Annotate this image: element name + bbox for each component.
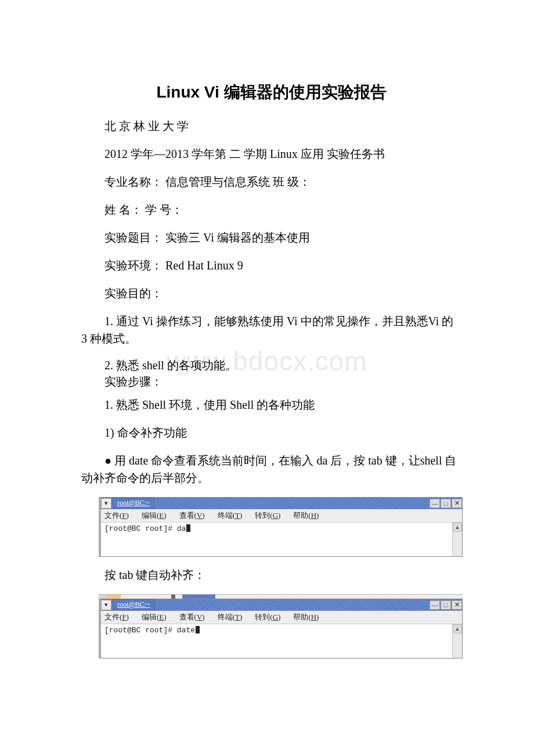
after-tab-label: 按 tab 键自动补齐： <box>81 566 461 584</box>
menu-bar: 文件(F) 编辑(E) 查看(V) 终端(T) 转到(G) 帮助(H) <box>101 509 462 523</box>
menu-goto[interactable]: 转到(G) <box>255 510 280 521</box>
terminal-screenshot-2: ▾ root@BC:~ — □ ✕ 文件(F) 编辑(E) 查看(V) 终端(T… <box>99 599 461 658</box>
step-1: 1. 熟悉 Shell 环境，使用 Shell 的各种功能 <box>81 396 461 413</box>
titlebar: ▾ root@BC:~ — □ ✕ <box>101 599 462 611</box>
terminal-output[interactable]: [root@BC root]# date <box>101 624 452 658</box>
scroll-up-button[interactable]: ▲ <box>453 523 462 532</box>
date-description: ● 用 date 命令查看系统当前时间，在输入 da 后，按 tab 键，让sh… <box>81 452 461 487</box>
maximize-button[interactable]: □ <box>441 499 451 508</box>
minimize-button[interactable]: — <box>430 600 440 610</box>
prompt-line-1: [root@BC root]# da <box>104 524 186 533</box>
menu-view[interactable]: 查看(V) <box>179 510 205 521</box>
name-id-line: 姓 名： 学 号： <box>81 201 461 218</box>
school-name: 北 京 林 业 大 学 <box>81 117 461 135</box>
goal-1: 1. 通过 Vi 操作练习，能够熟练使用 Vi 中的常见操作，并且熟悉Vi 的 … <box>81 312 461 347</box>
terminal-output[interactable]: [root@BC root]# da <box>101 523 452 556</box>
exp-env-line: 实验环境： Red Hat Linux 9 <box>81 257 461 274</box>
scroll-up-button[interactable]: ▲ <box>453 624 462 633</box>
titlebar: ▾ root@BC:~ — □ ✕ <box>101 498 462 509</box>
document-title: Linux Vi 编辑器的使用实验报告 <box>81 81 461 103</box>
scrollbar[interactable]: ▲ <box>452 523 462 556</box>
menu-terminal[interactable]: 终端(T) <box>218 510 243 521</box>
menu-goto[interactable]: 转到(G) <box>255 612 280 622</box>
document-content: Linux Vi 编辑器的使用实验报告 北 京 林 业 大 学 2012 学年—… <box>0 0 534 658</box>
terminal-screenshot-1: ▾ root@BC:~ — □ ✕ 文件(F) 编辑(E) 查看(V) 终端(T… <box>99 497 461 557</box>
system-menu-icon[interactable]: ▾ <box>101 600 111 610</box>
cursor-icon <box>186 524 190 532</box>
step-1-1: 1) 命令补齐功能 <box>81 424 461 441</box>
goal-2: 2. 熟悉 shell 的各项功能。 <box>81 358 461 373</box>
maximize-button[interactable]: □ <box>441 600 451 610</box>
cursor-icon <box>196 626 200 633</box>
menu-file[interactable]: 文件(F) <box>104 612 129 622</box>
menu-help[interactable]: 帮助(H) <box>293 510 319 521</box>
window-title: root@BC:~ <box>113 599 154 610</box>
close-button[interactable]: ✕ <box>452 499 462 508</box>
exp-goal-label: 实验目的： <box>81 285 461 302</box>
menu-terminal[interactable]: 终端(T) <box>218 612 243 622</box>
menu-file[interactable]: 文件(F) <box>104 510 129 521</box>
prompt-line-2: [root@BC root]# date <box>104 626 195 635</box>
exp-title-line: 实验题目： 实验三 Vi 编辑器的基本使用 <box>81 229 461 246</box>
menu-edit[interactable]: 编辑(E) <box>142 510 167 521</box>
scrollbar[interactable]: ▲ <box>452 624 462 658</box>
menu-edit[interactable]: 编辑(E) <box>142 612 167 622</box>
menu-help[interactable]: 帮助(H) <box>293 612 319 622</box>
window-title: root@BC:~ <box>113 498 154 509</box>
steps-label: 实验步骤： <box>81 374 461 389</box>
menu-view[interactable]: 查看(V) <box>179 612 205 622</box>
semester-line: 2012 学年—2013 学年第 二 学期 Linux 应用 实验任务书 <box>81 145 461 163</box>
system-menu-icon[interactable]: ▾ <box>101 498 111 509</box>
minimize-button[interactable]: — <box>430 499 440 508</box>
major-line: 专业名称： 信息管理与信息系统 班 级： <box>81 173 461 190</box>
close-button[interactable]: ✕ <box>452 600 462 610</box>
menu-bar: 文件(F) 编辑(E) 查看(V) 终端(T) 转到(G) 帮助(H) <box>101 611 462 624</box>
